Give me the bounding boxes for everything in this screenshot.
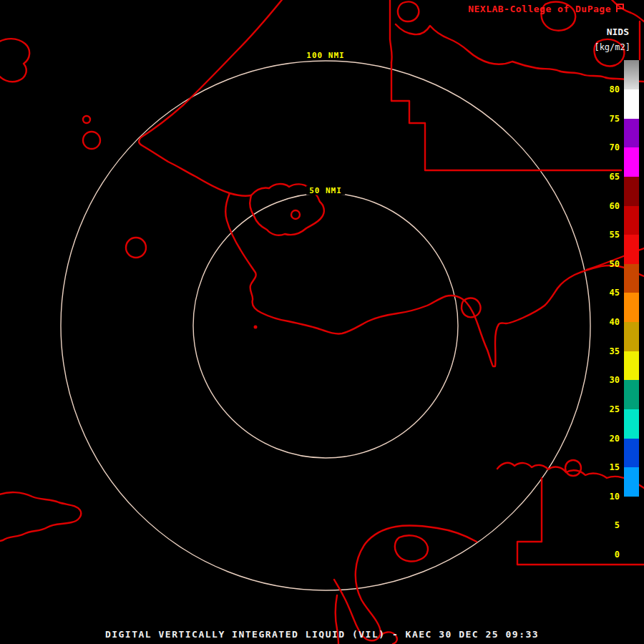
colorbar-tick-label: 0 xyxy=(588,549,620,560)
colorbar-segment xyxy=(624,409,639,439)
colorbar-segment xyxy=(624,119,639,148)
boundary-line xyxy=(390,0,392,62)
colorbar-tick-label: 10 xyxy=(588,491,620,502)
colorbar-segment xyxy=(624,264,639,293)
colorbar-tick-label: 40 xyxy=(588,316,620,328)
colorbar-tick-label: 35 xyxy=(588,346,620,357)
range-ring-50nmi xyxy=(193,193,458,458)
range-rings xyxy=(61,61,590,590)
lake-outline xyxy=(291,210,300,219)
colorbar-segment xyxy=(624,293,639,322)
colorbar-tick-label: 70 xyxy=(588,142,620,153)
colorbar-segment xyxy=(624,235,639,264)
colorbar-segment xyxy=(624,351,639,381)
radar-display: 100 NMI 50 NMI NEXLAB-College of DuPage … xyxy=(0,0,644,644)
colorbar-tick-label: 80 xyxy=(588,84,620,95)
lake-outline xyxy=(395,535,428,561)
map-canvas xyxy=(0,0,644,644)
product-status-line: DIGITAL VERTICALLY INTEGRATED LIQUID (VI… xyxy=(0,629,644,640)
colorbar-segment xyxy=(624,525,639,555)
colorbar-tick-label: 15 xyxy=(588,462,620,473)
colorbar-tick-label: 65 xyxy=(588,171,620,182)
range-ring-100nmi xyxy=(61,61,590,590)
colorbar-segment xyxy=(624,497,639,526)
island-outline xyxy=(83,116,90,123)
coastline-path xyxy=(0,492,81,542)
colorbar-tick-label: 60 xyxy=(588,200,620,212)
island-outline xyxy=(398,1,419,21)
colorbar-segment xyxy=(624,177,639,206)
city-marker xyxy=(254,326,258,329)
range-ring-label-50nmi: 50 NMI xyxy=(306,186,345,195)
colorbar-ticks: 05101520253035404550556065707580 xyxy=(588,0,620,644)
coastline-path xyxy=(334,526,477,641)
colorbar-segment xyxy=(624,147,639,177)
colorbar-tick-label: 20 xyxy=(588,433,620,444)
range-ring-label-100nmi: 100 NMI xyxy=(303,51,347,60)
colorbar-tick-label: 45 xyxy=(588,287,620,298)
colorbar-segment xyxy=(624,60,639,89)
island-outline xyxy=(565,460,581,476)
colorbar-tick-label: 50 xyxy=(588,258,620,270)
coastline-path xyxy=(225,193,644,366)
colorbar-tick-label: 30 xyxy=(588,374,620,386)
coastline-path xyxy=(0,39,29,82)
colorbar-tick-label: 55 xyxy=(588,229,620,240)
coastline-path xyxy=(139,0,284,196)
colorbar-segment xyxy=(624,322,639,351)
colorbar-tick-label: 75 xyxy=(588,113,620,125)
map-outlines xyxy=(0,0,644,644)
colorbar-tick-label: 25 xyxy=(588,404,620,415)
island-outline xyxy=(83,132,100,149)
colorbar-segment xyxy=(624,206,639,235)
island-outline xyxy=(126,238,146,258)
colorbar-segment xyxy=(624,467,639,497)
colorbar-segment xyxy=(624,89,639,119)
colorbar-segment xyxy=(624,439,639,468)
colorbar-segment xyxy=(624,380,639,409)
colorbar-tick-label: 5 xyxy=(588,519,620,531)
colorbar xyxy=(624,0,639,644)
boundary-line xyxy=(391,62,621,170)
